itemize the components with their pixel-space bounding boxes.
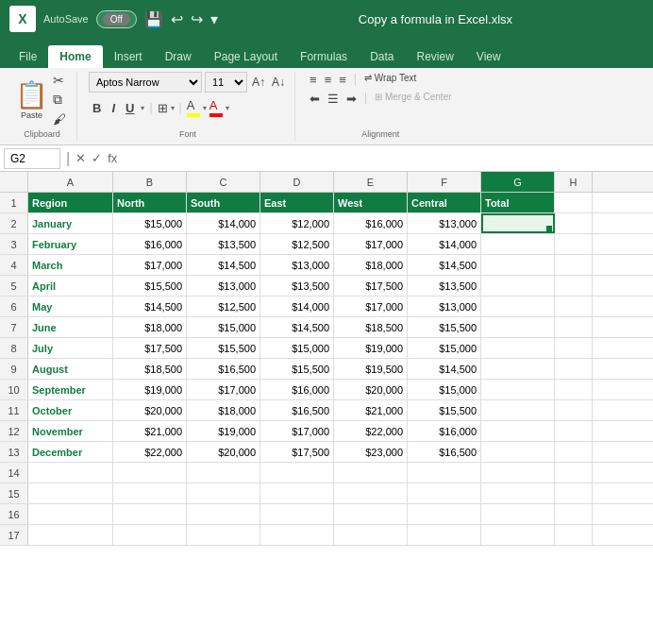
borders-button[interactable]: ⊞: [158, 101, 168, 115]
cell-h10[interactable]: [555, 380, 593, 399]
cell-f17[interactable]: [408, 525, 481, 545]
cell-c12[interactable]: $19,000: [187, 421, 260, 441]
cell-f7[interactable]: $15,500: [408, 317, 481, 337]
cell-e8[interactable]: $19,000: [334, 338, 408, 358]
col-header-c[interactable]: C: [187, 172, 260, 192]
wrap-text-button[interactable]: ⇌ Wrap Text: [361, 72, 419, 88]
tab-insert[interactable]: Insert: [103, 45, 154, 68]
col-header-h[interactable]: H: [555, 172, 593, 192]
align-top-center[interactable]: ≡: [322, 72, 335, 88]
cell-g8[interactable]: [481, 338, 555, 358]
cell-g3[interactable]: [481, 234, 555, 254]
cell-g6[interactable]: [481, 297, 555, 316]
formula-cancel-icon[interactable]: ✕: [75, 151, 86, 165]
underline-button[interactable]: U: [122, 100, 138, 116]
cell-h2[interactable]: [555, 213, 593, 233]
cell-e13[interactable]: $23,000: [334, 442, 408, 462]
cell-e3[interactable]: $17,000: [334, 234, 408, 254]
cell-b3[interactable]: $16,000: [113, 234, 187, 254]
cell-a8[interactable]: July: [28, 338, 113, 358]
cell-e15[interactable]: [334, 483, 408, 503]
decrease-font-size[interactable]: A↓: [270, 76, 287, 89]
cell-g5[interactable]: [481, 276, 555, 296]
italic-button[interactable]: I: [108, 100, 119, 116]
cell-g1[interactable]: Total: [481, 193, 555, 212]
more-commands-icon[interactable]: ▾: [210, 10, 218, 28]
cell-c16[interactable]: [187, 504, 260, 524]
cell-d14[interactable]: [260, 463, 334, 483]
cell-c9[interactable]: $16,500: [187, 359, 260, 379]
cell-c6[interactable]: $12,500: [187, 297, 260, 316]
cell-a6[interactable]: May: [28, 297, 113, 316]
cell-g7[interactable]: [481, 317, 555, 337]
cell-e11[interactable]: $21,000: [334, 400, 408, 420]
cell-h13[interactable]: [555, 442, 593, 462]
cell-e17[interactable]: [334, 525, 408, 545]
cell-e14[interactable]: [334, 463, 408, 483]
cell-h12[interactable]: [555, 421, 593, 441]
cell-c5[interactable]: $13,000: [187, 276, 260, 296]
cell-h8[interactable]: [555, 338, 593, 358]
cell-g16[interactable]: [481, 504, 555, 524]
cell-e4[interactable]: $18,000: [334, 255, 408, 275]
cell-d11[interactable]: $16,500: [260, 400, 334, 420]
cell-f3[interactable]: $14,000: [408, 234, 481, 254]
autosave-toggle[interactable]: Off: [96, 10, 137, 28]
align-left[interactable]: ⬅: [307, 91, 323, 107]
cell-f10[interactable]: $15,000: [408, 380, 481, 399]
cell-f13[interactable]: $16,500: [408, 442, 481, 462]
cell-g12[interactable]: [481, 421, 555, 441]
cell-g11[interactable]: [481, 400, 555, 420]
cell-g4[interactable]: [481, 255, 555, 275]
cell-c7[interactable]: $15,000: [187, 317, 260, 337]
cell-c8[interactable]: $15,500: [187, 338, 260, 358]
redo-icon[interactable]: ↪: [191, 10, 203, 28]
cell-g2[interactable]: [481, 213, 555, 233]
cell-f6[interactable]: $13,000: [408, 297, 481, 316]
cell-d1[interactable]: East: [260, 193, 334, 212]
cell-h3[interactable]: [555, 234, 593, 254]
cell-d13[interactable]: $17,500: [260, 442, 334, 462]
cell-d7[interactable]: $14,500: [260, 317, 334, 337]
cell-h1[interactable]: [555, 193, 593, 212]
cell-c13[interactable]: $20,000: [187, 442, 260, 462]
cell-b11[interactable]: $20,000: [113, 400, 187, 420]
cell-a4[interactable]: March: [28, 255, 113, 275]
cell-c14[interactable]: [187, 463, 260, 483]
align-top-right[interactable]: ≡: [336, 72, 349, 88]
col-header-d[interactable]: D: [260, 172, 334, 192]
cell-h9[interactable]: [555, 359, 593, 379]
col-header-b[interactable]: B: [113, 172, 187, 192]
cell-a3[interactable]: February: [28, 234, 113, 254]
cell-h6[interactable]: [555, 297, 593, 316]
cell-c10[interactable]: $17,000: [187, 380, 260, 399]
col-header-f[interactable]: F: [408, 172, 481, 192]
tab-data[interactable]: Data: [359, 45, 405, 68]
cell-a5[interactable]: April: [28, 276, 113, 296]
cell-d16[interactable]: [260, 504, 334, 524]
cell-c15[interactable]: [187, 483, 260, 503]
cell-e9[interactable]: $19,500: [334, 359, 408, 379]
cell-d15[interactable]: [260, 483, 334, 503]
cell-f1[interactable]: Central: [408, 193, 481, 212]
undo-icon[interactable]: ↩: [171, 10, 183, 28]
cell-b2[interactable]: $15,000: [113, 213, 187, 233]
cell-b5[interactable]: $15,500: [113, 276, 187, 296]
tab-page-layout[interactable]: Page Layout: [203, 45, 289, 68]
cell-f8[interactable]: $15,000: [408, 338, 481, 358]
cell-f15[interactable]: [408, 483, 481, 503]
cell-d9[interactable]: $15,500: [260, 359, 334, 379]
font-size-select[interactable]: 11: [205, 72, 247, 93]
cell-a12[interactable]: November: [28, 421, 113, 441]
cell-a15[interactable]: [28, 483, 113, 503]
increase-font-size[interactable]: A↑: [250, 76, 267, 89]
cell-h11[interactable]: [555, 400, 593, 420]
cell-h17[interactable]: [555, 525, 593, 545]
cell-e5[interactable]: $17,500: [334, 276, 408, 296]
tab-file[interactable]: File: [8, 45, 48, 68]
formula-confirm-icon[interactable]: ✓: [92, 151, 102, 165]
cell-f16[interactable]: [408, 504, 481, 524]
cell-c11[interactable]: $18,000: [187, 400, 260, 420]
cell-b8[interactable]: $17,500: [113, 338, 187, 358]
cell-a9[interactable]: August: [28, 359, 113, 379]
